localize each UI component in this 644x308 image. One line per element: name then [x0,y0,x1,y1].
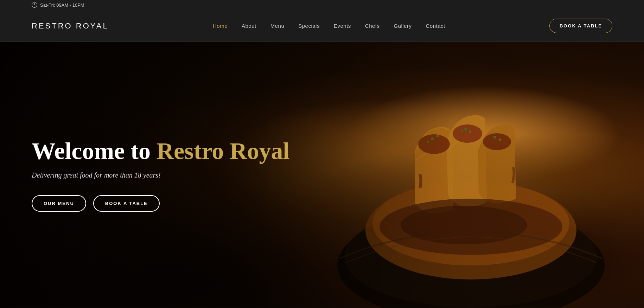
hero-title-text: Welcome to [32,137,157,164]
nav-item-about[interactable]: About [242,23,256,29]
hero-subtitle: Delivering great food for more than 18 y… [32,171,289,179]
nav-links: Home About Menu Specials Events Chefs Ga… [213,23,445,29]
our-menu-button[interactable]: OUR MENU [32,195,86,212]
nav-link-events[interactable]: Events [334,23,351,29]
hero-section: Welcome to Restro Royal Delivering great… [0,42,644,308]
nav-link-menu[interactable]: Menu [270,23,285,29]
nav-link-specials[interactable]: Specials [298,23,320,29]
hours-text: Sat-Fri: 09AM - 10PM [40,2,84,8]
nav-item-contact[interactable]: Contact [426,23,445,29]
navbar: RESTRO ROYAL Home About Menu Specials Ev… [0,10,644,42]
nav-item-specials[interactable]: Specials [298,23,320,29]
nav-item-events[interactable]: Events [334,23,351,29]
top-bar: Sat-Fri: 09AM - 10PM [0,0,644,10]
nav-item-chefs[interactable]: Chefs [365,23,380,29]
nav-item-home[interactable]: Home [213,23,228,29]
nav-item-menu[interactable]: Menu [270,23,285,29]
hero-title: Welcome to Restro Royal [32,138,289,164]
hero-content: Welcome to Restro Royal Delivering great… [32,138,289,212]
nav-link-contact[interactable]: Contact [426,23,445,29]
hero-buttons: OUR MENU BOOK A TABLE [32,195,289,212]
nav-item-gallery[interactable]: Gallery [394,23,412,29]
nav-book-table-button[interactable]: BOOK A TABLE [549,19,612,33]
nav-link-chefs[interactable]: Chefs [365,23,380,29]
clock-icon [32,2,37,8]
nav-link-about[interactable]: About [242,23,256,29]
logo: RESTRO ROYAL [32,21,109,31]
nav-link-gallery[interactable]: Gallery [394,23,412,29]
nav-link-home[interactable]: Home [213,23,228,29]
book-table-button[interactable]: BOOK A TABLE [93,195,160,212]
hero-title-accent: Restro Royal [157,137,289,164]
